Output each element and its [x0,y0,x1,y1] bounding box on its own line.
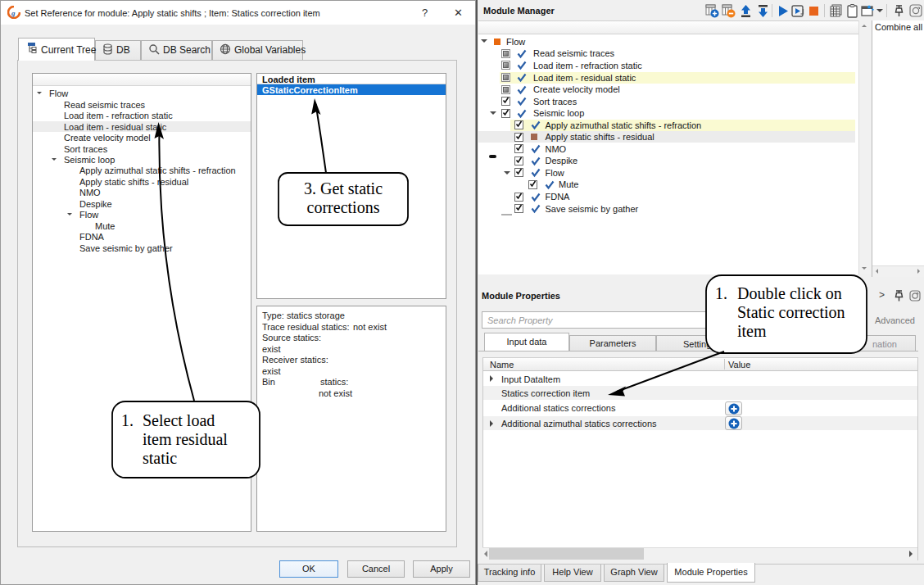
svg-text:g: g [11,9,16,17]
